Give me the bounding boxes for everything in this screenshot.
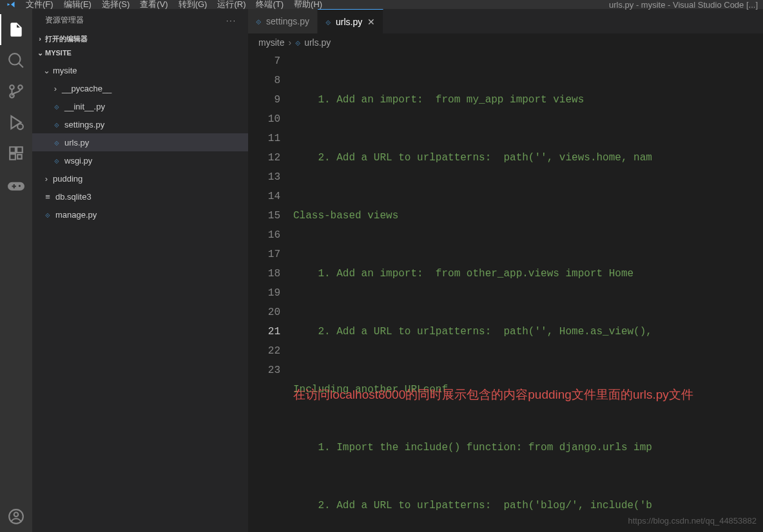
menu-view[interactable]: 查看(V) — [135, 0, 173, 10]
sidebar: 资源管理器 ··· › 打开的编辑器 ⌄ MYSITE ⌄ mysite › _… — [32, 9, 248, 532]
sidebar-header: 资源管理器 ··· — [32, 9, 248, 32]
files-icon — [8, 21, 24, 38]
editor-area: ⟐ settings.py ⟐ urls.py ✕ mysite › ⟐ url… — [248, 9, 763, 532]
python-file-icon: ⟐ — [50, 138, 63, 147]
chevron-down-icon: ⌄ — [35, 49, 45, 57]
activity-run-debug[interactable] — [0, 107, 32, 138]
python-file-icon: ⟐ — [50, 102, 63, 111]
breadcrumb-item[interactable]: mysite — [258, 37, 284, 48]
project-label: MYSITE — [45, 49, 72, 57]
tree-label: settings.py — [63, 120, 104, 129]
tree-label: urls.py — [63, 138, 89, 147]
chevron-right-icon: › — [35, 35, 45, 43]
sidebar-more-icon[interactable]: ··· — [226, 16, 237, 25]
tree-file-manage[interactable]: ⟐ manage.py — [32, 205, 248, 223]
account-icon — [8, 508, 24, 525]
python-file-icon: ⟐ — [295, 37, 300, 48]
activity-explorer[interactable] — [0, 14, 32, 45]
menu-goto[interactable]: 转到(G) — [173, 0, 213, 10]
tab-label: urls.py — [336, 17, 362, 27]
tree-folder-pycache[interactable]: › __pycache__ — [32, 79, 248, 97]
line-gutter: 7 8 9 10 11 12 13 14 15 16 17 18 19 20 2… — [248, 52, 293, 532]
tab-urls[interactable]: ⟐ urls.py ✕ — [318, 9, 383, 33]
annotation-text: 在访问localhost8000的同时展示包含的内容pudding文件里面的ur… — [293, 385, 693, 404]
chevron-right-icon: › — [50, 84, 61, 93]
tree-label: __pycache__ — [61, 84, 111, 93]
python-file-icon: ⟐ — [50, 156, 63, 166]
tab-label: settings.py — [266, 16, 309, 26]
tree-file-db[interactable]: ≡ db.sqlite3 — [32, 187, 248, 205]
tree-file-init[interactable]: ⟐ __init__.py — [32, 97, 248, 115]
svg-point-2 — [14, 513, 19, 517]
sidebar-title: 资源管理器 — [45, 15, 84, 26]
search-icon — [8, 52, 24, 69]
python-file-icon: ⟐ — [256, 16, 261, 26]
tab-settings[interactable]: ⟐ settings.py — [248, 9, 318, 33]
python-file-icon: ⟐ — [50, 120, 63, 129]
code-editor[interactable]: 7 8 9 10 11 12 13 14 15 16 17 18 19 20 2… — [248, 52, 763, 532]
vscode-logo-icon — [5, 0, 21, 9]
open-editors-label: 打开的编辑器 — [45, 34, 88, 44]
code-content[interactable]: 1. Add an import: from my_app import vie… — [293, 52, 763, 532]
watermark: https://blog.csdn.net/qq_44853882 — [628, 516, 757, 526]
tree-folder-mysite[interactable]: ⌄ mysite — [32, 61, 248, 79]
tree-label: manage.py — [54, 210, 97, 220]
file-tree: ⌄ mysite › __pycache__ ⟐ __init__.py ⟐ s… — [32, 60, 248, 225]
menu-run[interactable]: 运行(R) — [212, 0, 251, 10]
activity-account[interactable] — [0, 501, 32, 532]
menu-terminal[interactable]: 终端(T) — [251, 0, 289, 10]
editor-tabs: ⟐ settings.py ⟐ urls.py ✕ — [248, 9, 763, 33]
tree-label: mysite — [52, 66, 77, 75]
activity-search[interactable] — [0, 45, 32, 76]
main-layout: 资源管理器 ··· › 打开的编辑器 ⌄ MYSITE ⌄ mysite › _… — [0, 9, 763, 532]
python-file-icon: ⟐ — [325, 17, 331, 27]
svg-point-0 — [17, 124, 23, 129]
activity-extensions[interactable] — [0, 138, 32, 169]
game-icon — [8, 176, 24, 193]
open-editors-section[interactable]: › 打开的编辑器 — [32, 32, 248, 46]
menu-edit[interactable]: 编辑(E) — [59, 0, 97, 10]
menu-help[interactable]: 帮助(H) — [289, 0, 327, 10]
activity-bar — [0, 9, 32, 532]
breadcrumb-item[interactable]: urls.py — [304, 37, 331, 48]
activity-game[interactable] — [0, 169, 32, 200]
tree-folder-pudding[interactable]: › pudding — [32, 169, 248, 187]
menu-file[interactable]: 文件(F) — [21, 0, 59, 10]
project-section[interactable]: ⌄ MYSITE — [32, 46, 248, 60]
extensions-icon — [8, 145, 24, 162]
tree-file-urls[interactable]: ⟐ urls.py — [32, 133, 248, 151]
activity-scm[interactable] — [0, 76, 32, 107]
tree-label: db.sqlite3 — [54, 192, 92, 202]
menu-bar: 文件(F) 编辑(E) 选择(S) 查看(V) 转到(G) 运行(R) 终端(T… — [0, 0, 763, 9]
tree-label: __init__.py — [63, 102, 105, 111]
tree-file-settings[interactable]: ⟐ settings.py — [32, 115, 248, 133]
chevron-right-icon: › — [288, 37, 291, 48]
tree-file-wsgi[interactable]: ⟐ wsgi.py — [32, 151, 248, 169]
close-icon[interactable]: ✕ — [367, 17, 375, 27]
chevron-right-icon: › — [41, 174, 52, 184]
python-file-icon: ⟐ — [41, 210, 54, 220]
tree-label: pudding — [52, 174, 82, 184]
window-title: urls.py - mysite - Visual Studio Code [.… — [609, 0, 758, 10]
tree-label: wsgi.py — [63, 156, 92, 166]
database-file-icon: ≡ — [41, 192, 54, 202]
run-debug-icon — [8, 114, 24, 131]
breadcrumbs[interactable]: mysite › ⟐ urls.py — [248, 33, 763, 52]
source-control-icon — [8, 83, 24, 100]
menu-select[interactable]: 选择(S) — [97, 0, 135, 10]
chevron-down-icon: ⌄ — [41, 66, 52, 75]
